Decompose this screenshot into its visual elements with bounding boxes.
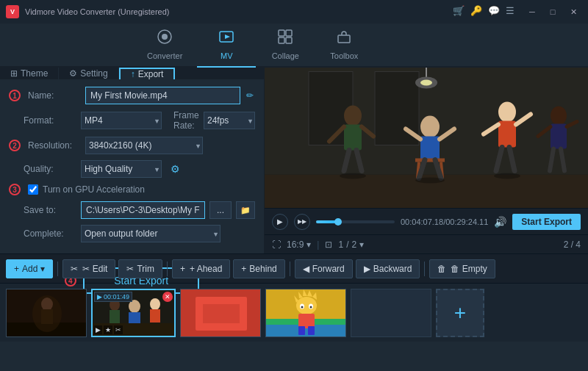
gpu-label: Turn on GPU Acceleration [43,184,145,195]
edit-name-button[interactable]: ✏ [245,89,255,102]
step2-badge: 2 [9,140,21,151]
progress-thumb[interactable] [334,218,342,226]
resolution-label: Resolution: [28,140,81,151]
svg-rect-59 [129,312,140,323]
trim-icon: ✂ [126,264,134,274]
next-frame-button[interactable]: ▶▶ [294,214,310,230]
page-icon: ⊡ [325,239,332,250]
thumb2-star-ctrl[interactable]: ★ [104,325,112,334]
thumb3-preview [181,289,261,337]
export-small-button[interactable]: Start Export [512,214,581,230]
framerate-select-wrapper: 24fps30fps60fps ▾ [204,112,255,129]
maximize-button[interactable]: □ [544,5,562,18]
trim-label: Trim [137,264,154,274]
theme-tab-icon: ⊞ [10,68,18,79]
panel-content: 1 Name: ✏ Format: MP4AVIMOV ▾ Frame Rate… [0,79,264,256]
playback-bar2: ⛶ 16:9 ▾ | ⊡ 1/2 ▾ 2 / 4 [265,234,588,253]
page-total: 2 [352,239,357,250]
svg-rect-53 [41,309,53,324]
toolbox-label: Toolbox [330,51,358,60]
cart-icon[interactable]: 🛒 [453,5,465,18]
resolution-row: 2 Resolution: 3840x2160 (4K)1920x1080 ▾ [9,137,255,154]
edit-button[interactable]: ✂ ✂ Edit [62,259,115,278]
framerate-label: Frame Rate: [173,110,199,131]
add-icon: + [14,264,19,274]
quality-settings-button[interactable]: ⚙ [166,162,184,176]
thumb2-cut-ctrl[interactable]: ✂ [114,325,123,334]
film-thumb-5[interactable] [351,289,431,337]
svg-rect-81 [351,289,431,337]
svg-rect-20 [344,125,362,151]
minimize-button[interactable]: ─ [523,5,541,18]
format-select-wrapper: MP4AVIMOV ▾ [81,112,162,129]
film-thumb-4[interactable] [265,289,346,337]
converter-icon [157,29,173,48]
ahead-button[interactable]: + + Ahead [172,259,230,278]
name-input[interactable] [85,87,240,104]
crop-icon: ⛶ [272,239,281,250]
toolbox-icon [336,29,352,48]
thumb1-preview [7,289,87,337]
nav-converter[interactable]: Converter [132,23,197,66]
svg-point-60 [150,298,160,310]
badge-duration: 00:01:49 [104,293,129,300]
complete-select[interactable]: Open output folder [81,225,220,242]
nav-collage[interactable]: Collage [256,23,315,66]
empty-button[interactable]: 🗑 🗑 Empty [429,259,495,278]
resolution-select[interactable]: 3840x2160 (4K)1920x1080 [85,137,203,154]
tab-setting[interactable]: ⚙ Setting [59,68,118,79]
thumb2-remove-button[interactable]: ✕ [162,292,173,302]
nav-mv[interactable]: MV [197,23,256,68]
name-label: Name: [28,90,81,101]
forward-button[interactable]: ◀ Forward [295,259,353,278]
framerate-select[interactable]: 24fps30fps60fps [204,112,255,129]
thumb2-play-ctrl[interactable]: ▶ [94,325,102,334]
collage-label: Collage [272,51,299,60]
ahead-label: + Ahead [190,264,222,274]
play-button[interactable]: ▶ [272,214,288,230]
chat-icon[interactable]: 💬 [488,5,500,18]
converter-label: Converter [147,51,182,60]
trash-icon: 🗑 [437,264,446,274]
key-icon[interactable]: 🔑 [470,5,482,18]
svg-point-52 [41,298,53,311]
aspect-ratio-value: 16:9 [287,239,304,250]
format-select[interactable]: MP4AVIMOV [81,112,162,129]
volume-button[interactable]: 🔊 [494,216,506,228]
quality-select[interactable]: High QualityStandard [81,160,162,178]
page-selector[interactable]: 1/2 ▾ [338,239,364,250]
aspect-ratio-selector[interactable]: 16:9 ▾ [287,239,311,250]
svg-marker-5 [225,35,230,39]
tab-export[interactable]: ↑ Export [119,68,176,79]
svg-point-46 [340,173,366,179]
progress-bar[interactable] [316,220,395,223]
save-path-input[interactable] [81,201,205,219]
trim-button[interactable]: ✂ Trim [118,259,162,278]
title-bar: V Vidmore Video Converter (Unregistered)… [0,0,588,24]
top-nav: Converter MV Collage Toolbox [0,24,588,68]
folder-open-button[interactable]: 📁 [236,201,255,219]
svg-point-48 [494,173,520,179]
add-clip-button[interactable]: + [436,289,484,337]
backward-label: Backward [373,264,412,274]
svg-rect-29 [415,159,445,162]
step1-badge: 1 [9,90,21,101]
tab-theme[interactable]: ⊞ Theme [0,68,59,79]
film-thumb-1[interactable] [6,289,87,337]
format-label: Format: [24,115,76,126]
film-thumb-3[interactable] [180,289,261,337]
add-clip-icon: + [454,301,466,325]
gpu-checkbox[interactable] [28,184,38,195]
nav-toolbox[interactable]: Toolbox [315,23,373,66]
toolbar-sep-4 [424,262,425,276]
backward-button[interactable]: ▶ Backward [356,259,420,278]
menu-icon[interactable]: ☰ [506,5,514,18]
close-button[interactable]: ✕ [564,5,582,18]
window-controls: 🛒 🔑 💬 ☰ ─ □ ✕ [453,5,582,18]
behind-button[interactable]: + Behind [233,259,284,278]
browse-button[interactable]: ... [209,201,232,219]
film-thumb-2[interactable]: ▶ 00:01:49 ✕ ▶ ★ ✂ [91,289,176,337]
edit-icon: ✂ [71,264,78,274]
quality-select-wrapper: High QualityStandard ▾ [81,160,162,178]
add-button[interactable]: + Add ▾ [6,259,53,278]
